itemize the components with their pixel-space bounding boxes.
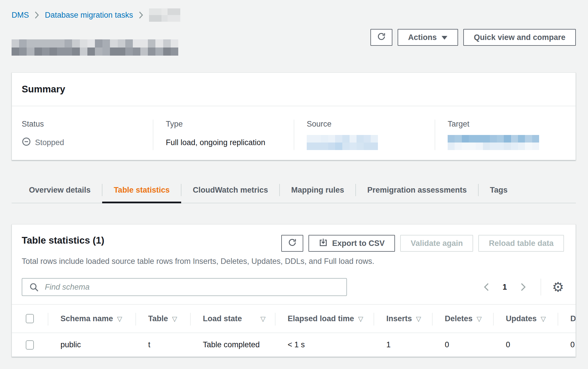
column-label: Updates bbox=[506, 314, 537, 323]
column-header-ddls[interactable]: DDLs bbox=[558, 304, 576, 333]
summary-field-source: Source bbox=[294, 120, 435, 150]
summary-header: Summary bbox=[12, 73, 576, 106]
validate-again-label: Validate again bbox=[411, 239, 463, 248]
column-label: Deletes bbox=[445, 314, 473, 323]
task-tabs: Overview details Table statistics CloudW… bbox=[12, 180, 576, 203]
settings-gear-icon[interactable]: ⚙ bbox=[548, 280, 564, 294]
tab-overview-details[interactable]: Overview details bbox=[17, 180, 102, 203]
column-header-table[interactable]: Table▽ bbox=[135, 304, 190, 333]
source-label: Source bbox=[307, 120, 435, 129]
chevron-right-icon[interactable] bbox=[514, 283, 532, 291]
refresh-icon bbox=[377, 32, 386, 43]
source-value-redacted[interactable] bbox=[307, 135, 378, 150]
cell-deletes: 0 bbox=[432, 333, 493, 357]
summary-body: Status Stopped Type Full load, ongoing r… bbox=[12, 106, 576, 160]
row-checkbox[interactable] bbox=[26, 340, 34, 350]
column-header-elapsed-load-time[interactable]: Elapsed load time▽ bbox=[275, 304, 374, 333]
sort-icon[interactable]: ▽ bbox=[541, 315, 546, 323]
column-label: Inserts bbox=[386, 314, 412, 323]
statistics-table: Schema name▽ Table▽ Load state▽ Elapsed … bbox=[12, 304, 576, 357]
reload-table-data-button[interactable]: Reload table data bbox=[478, 235, 564, 252]
type-label: Type bbox=[166, 120, 294, 129]
search-icon bbox=[29, 282, 39, 294]
actions-button-label: Actions bbox=[408, 33, 437, 42]
cell-updates: 0 bbox=[493, 333, 558, 357]
column-header-deletes[interactable]: Deletes▽ bbox=[432, 304, 493, 333]
table-statistics-actions: Export to CSV Validate again Reload tabl… bbox=[281, 235, 564, 252]
tab-cloudwatch-metrics[interactable]: CloudWatch metrics bbox=[181, 180, 280, 203]
summary-card: Summary Status Stopped Type bbox=[12, 72, 576, 160]
sort-icon[interactable]: ▽ bbox=[358, 315, 363, 323]
page-header: Actions Quick view and compare bbox=[12, 29, 576, 56]
breadcrumb-chevron-icon bbox=[139, 11, 143, 19]
export-to-csv-button[interactable]: Export to CSV bbox=[308, 235, 395, 252]
table-statistics-title: Table statistics (1) bbox=[22, 235, 104, 246]
tab-table-statistics[interactable]: Table statistics bbox=[102, 180, 181, 203]
export-to-csv-label: Export to CSV bbox=[332, 239, 385, 248]
sort-icon[interactable]: ▽ bbox=[477, 315, 482, 323]
search-input[interactable] bbox=[22, 278, 347, 296]
column-label: Load state bbox=[203, 314, 242, 323]
header-actions: Actions Quick view and compare bbox=[370, 29, 576, 46]
breadcrumb: DMS Database migration tasks bbox=[12, 9, 576, 21]
chevron-left-icon[interactable] bbox=[477, 283, 496, 291]
page-number[interactable]: 1 bbox=[496, 283, 514, 292]
status-label: Status bbox=[22, 120, 153, 129]
column-header-updates[interactable]: Updates▽ bbox=[493, 304, 558, 333]
sort-icon[interactable]: ▽ bbox=[260, 315, 266, 323]
cell-inserts: 1 bbox=[374, 333, 432, 357]
column-label: DDLs bbox=[570, 314, 576, 323]
breadcrumb-link-dms[interactable]: DMS bbox=[12, 11, 29, 20]
select-all-checkbox[interactable] bbox=[26, 314, 34, 323]
statistics-table-wrap: Schema name▽ Table▽ Load state▽ Elapsed … bbox=[12, 304, 576, 357]
export-download-icon bbox=[319, 238, 328, 249]
table-statistics-header: Table statistics (1) bbox=[12, 224, 576, 252]
pagination: 1 ⚙ bbox=[477, 279, 564, 295]
table-refresh-button[interactable] bbox=[281, 235, 303, 252]
cell-schema-name: public bbox=[48, 333, 135, 357]
refresh-button[interactable] bbox=[370, 29, 392, 46]
actions-button[interactable]: Actions bbox=[398, 29, 458, 46]
sort-icon[interactable]: ▽ bbox=[172, 315, 177, 323]
tab-mapping-rules[interactable]: Mapping rules bbox=[280, 180, 356, 203]
validate-again-button[interactable]: Validate again bbox=[400, 235, 473, 252]
refresh-icon bbox=[288, 238, 297, 249]
column-header-load-state[interactable]: Load state▽ bbox=[190, 304, 275, 333]
breadcrumb-link-tasks[interactable]: Database migration tasks bbox=[45, 11, 133, 20]
table-header-row: Schema name▽ Table▽ Load state▽ Elapsed … bbox=[12, 304, 576, 333]
stopped-icon bbox=[22, 137, 31, 148]
type-value: Full load, ongoing replication bbox=[166, 138, 265, 147]
column-label: Schema name bbox=[60, 314, 113, 323]
sort-icon[interactable]: ▽ bbox=[117, 315, 122, 323]
summary-field-status: Status Stopped bbox=[12, 120, 153, 150]
target-label: Target bbox=[448, 120, 576, 129]
sort-icon[interactable]: ▽ bbox=[416, 315, 421, 323]
cell-table: t bbox=[135, 333, 190, 357]
reload-table-data-label: Reload table data bbox=[489, 239, 554, 248]
target-value-redacted[interactable] bbox=[448, 135, 539, 150]
table-toolbar: 1 ⚙ bbox=[12, 266, 576, 304]
column-header-schema-name[interactable]: Schema name▽ bbox=[48, 304, 135, 333]
quick-view-compare-button[interactable]: Quick view and compare bbox=[463, 29, 576, 46]
toolbar-divider bbox=[541, 279, 541, 295]
status-value: Stopped bbox=[35, 138, 64, 147]
summary-title: Summary bbox=[22, 84, 564, 95]
breadcrumb-chevron-icon bbox=[35, 11, 39, 19]
breadcrumb-current-redacted bbox=[149, 8, 180, 22]
tab-tags[interactable]: Tags bbox=[478, 180, 519, 203]
tab-premigration-assessments[interactable]: Premigration assessments bbox=[356, 180, 478, 203]
cell-load-state: Table completed bbox=[190, 333, 275, 357]
schema-search bbox=[22, 278, 347, 296]
table-row: public t Table completed < 1 s 1 0 0 0 bbox=[12, 333, 576, 357]
summary-field-target: Target bbox=[435, 120, 576, 150]
dms-task-page: DMS Database migration tasks Actions bbox=[0, 0, 588, 357]
column-header-inserts[interactable]: Inserts▽ bbox=[374, 304, 432, 333]
table-statistics-card: Table statistics (1) bbox=[12, 224, 576, 357]
cell-elapsed-load-time: < 1 s bbox=[275, 333, 374, 357]
quick-view-compare-label: Quick view and compare bbox=[474, 33, 565, 42]
cell-ddls: 0 bbox=[558, 333, 576, 357]
dropdown-caret-icon bbox=[441, 33, 448, 42]
page-title-redacted bbox=[12, 39, 178, 56]
table-statistics-description: Total rows include loaded source table r… bbox=[12, 252, 576, 266]
column-label: Elapsed load time bbox=[288, 314, 354, 323]
